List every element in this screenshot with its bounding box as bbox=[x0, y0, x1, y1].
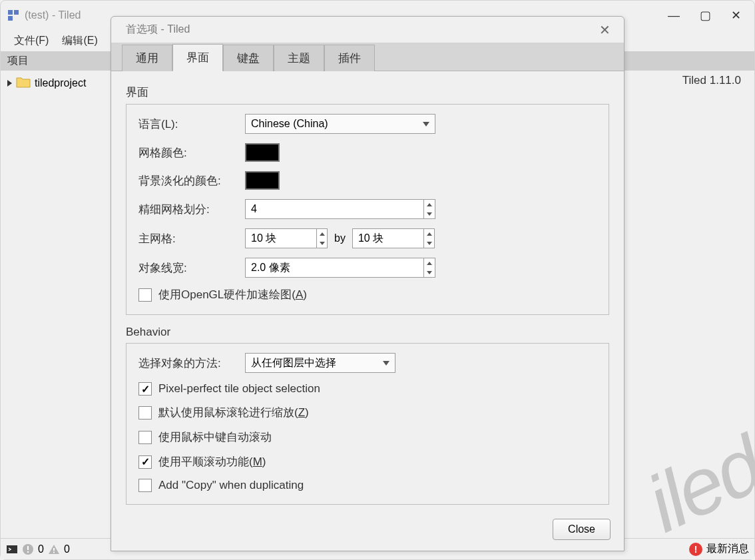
grid-color-swatch[interactable] bbox=[245, 143, 280, 162]
error-icon[interactable] bbox=[22, 543, 34, 555]
middle-autoscroll-label[interactable]: 使用鼠标中键自动滚动 bbox=[158, 429, 272, 445]
version-label: Tiled 1.11.0 bbox=[682, 74, 741, 87]
by-label: by bbox=[334, 232, 346, 244]
smooth-scroll-label[interactable]: 使用平顺滚动功能(M) bbox=[158, 454, 266, 469]
tab-general[interactable]: 通用 bbox=[122, 45, 172, 71]
section-interface-title: 界面 bbox=[126, 85, 609, 100]
major-grid-x-spinbox[interactable] bbox=[245, 228, 328, 248]
dialog-footer: Close bbox=[111, 512, 624, 551]
expand-arrow-icon[interactable] bbox=[7, 80, 12, 87]
news-label[interactable]: 最新消息 bbox=[706, 542, 749, 556]
menu-edit[interactable]: 编辑(E) bbox=[55, 31, 104, 51]
dialog-titlebar: 首选项 - Tiled ✕ bbox=[111, 17, 624, 43]
dialog-close-button[interactable]: ✕ bbox=[595, 21, 615, 39]
wheel-zoom-label[interactable]: 默认使用鼠标滚轮进行缩放(Z) bbox=[158, 405, 309, 420]
spin-down-icon[interactable] bbox=[424, 268, 435, 277]
dialog-title: 首选项 - Tiled bbox=[126, 23, 595, 37]
tab-theme[interactable]: 主题 bbox=[274, 45, 324, 71]
spin-up-icon[interactable] bbox=[317, 229, 327, 238]
fade-color-label: 背景淡化的颜色: bbox=[138, 173, 245, 188]
minimize-button[interactable]: — bbox=[668, 9, 680, 23]
spin-up-icon[interactable] bbox=[424, 258, 435, 268]
major-grid-y-input[interactable] bbox=[353, 229, 423, 248]
svg-rect-5 bbox=[27, 546, 29, 550]
console-icon[interactable] bbox=[6, 543, 18, 555]
svg-rect-0 bbox=[8, 10, 13, 15]
object-line-width-label: 对象线宽: bbox=[138, 260, 245, 276]
major-grid-y-spinbox[interactable] bbox=[352, 228, 435, 248]
svg-rect-6 bbox=[27, 551, 29, 553]
interface-fieldset: 语言(L): Chinese (China) 网格颜色: 背景淡化的颜色: 精细… bbox=[126, 104, 609, 315]
major-grid-x-input[interactable] bbox=[246, 229, 316, 248]
behavior-fieldset: 选择对象的方法: 从任何图层中选择 Pixel-perfect tile obj… bbox=[126, 343, 609, 505]
grid-color-label: 网格颜色: bbox=[138, 145, 245, 160]
opengl-checkbox[interactable] bbox=[138, 288, 152, 302]
dialog-body: 界面 语言(L): Chinese (China) 网格颜色: 背景淡化的颜色:… bbox=[111, 71, 624, 512]
language-value: Chinese (China) bbox=[251, 118, 328, 130]
spin-up-icon[interactable] bbox=[424, 200, 435, 209]
select-method-label: 选择对象的方法: bbox=[138, 356, 245, 371]
wheel-zoom-checkbox[interactable] bbox=[138, 406, 152, 420]
fine-grid-label: 精细网格划分: bbox=[138, 202, 245, 217]
select-method-value: 从任何图层中选择 bbox=[251, 356, 336, 370]
pixel-perfect-label[interactable]: Pixel-perfect tile object selection bbox=[158, 382, 320, 396]
window-controls: — ▢ ✕ bbox=[668, 8, 748, 23]
close-button[interactable]: Close bbox=[553, 519, 611, 540]
warning-icon[interactable] bbox=[48, 543, 60, 555]
close-button[interactable]: ✕ bbox=[731, 8, 741, 23]
spin-up-icon[interactable] bbox=[424, 229, 434, 238]
svg-rect-1 bbox=[14, 10, 19, 15]
language-combobox[interactable]: Chinese (China) bbox=[245, 114, 435, 134]
major-grid-label: 主网格: bbox=[138, 231, 245, 246]
spin-down-icon[interactable] bbox=[424, 209, 435, 218]
menu-file[interactable]: 文件(F) bbox=[7, 31, 55, 51]
chevron-down-icon bbox=[423, 122, 429, 127]
spin-down-icon[interactable] bbox=[424, 238, 434, 248]
language-label: 语言(L): bbox=[138, 117, 245, 132]
svg-rect-2 bbox=[8, 16, 13, 21]
tab-keyboard[interactable]: 键盘 bbox=[223, 45, 274, 71]
select-method-combobox[interactable]: 从任何图层中选择 bbox=[245, 353, 395, 373]
opengl-label[interactable]: 使用OpenGL硬件加速绘图(A) bbox=[158, 287, 307, 302]
tab-plugins[interactable]: 插件 bbox=[324, 45, 375, 71]
fade-color-swatch[interactable] bbox=[245, 171, 280, 190]
tabs-row: 通用 界面 键盘 主题 插件 bbox=[111, 43, 624, 71]
section-behavior-title: Behavior bbox=[126, 326, 609, 339]
fine-grid-spinbox[interactable] bbox=[245, 199, 435, 219]
maximize-button[interactable]: ▢ bbox=[700, 8, 711, 23]
preferences-dialog: 首选项 - Tiled ✕ 通用 界面 键盘 主题 插件 界面 语言(L): C… bbox=[111, 16, 625, 551]
middle-autoscroll-checkbox[interactable] bbox=[138, 431, 152, 444]
fine-grid-input[interactable] bbox=[246, 200, 423, 218]
error-count: 0 bbox=[38, 543, 44, 555]
news-icon[interactable]: ! bbox=[689, 543, 702, 556]
spin-down-icon[interactable] bbox=[317, 238, 327, 248]
tiled-icon bbox=[7, 9, 19, 21]
tab-interface[interactable]: 界面 bbox=[172, 44, 223, 71]
pixel-perfect-checkbox[interactable] bbox=[138, 382, 152, 396]
project-folder-label: tiledproject bbox=[35, 77, 86, 89]
chevron-down-icon bbox=[383, 361, 389, 366]
object-line-width-input[interactable] bbox=[246, 258, 423, 277]
svg-rect-3 bbox=[7, 545, 17, 553]
add-copy-checkbox[interactable] bbox=[138, 479, 152, 492]
svg-rect-7 bbox=[53, 548, 55, 551]
smooth-scroll-checkbox[interactable] bbox=[138, 455, 152, 469]
svg-rect-8 bbox=[53, 551, 55, 553]
object-line-width-spinbox[interactable] bbox=[245, 258, 435, 278]
folder-icon bbox=[16, 76, 31, 91]
add-copy-label[interactable]: Add "Copy" when duplicating bbox=[158, 479, 304, 492]
warning-count: 0 bbox=[64, 543, 70, 555]
watermark: iled bbox=[633, 418, 755, 549]
